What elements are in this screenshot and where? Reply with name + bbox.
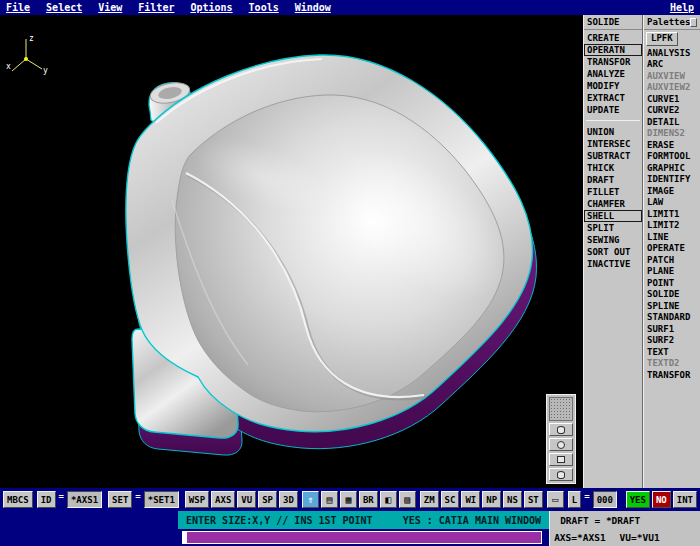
cylinder2-icon-button[interactable] (549, 468, 573, 481)
trash-icon-button[interactable]: ▭ (547, 491, 564, 508)
palette-item[interactable]: LPFK (646, 32, 678, 46)
solide-menu-item[interactable]: UPDATE (584, 104, 642, 116)
palette-item[interactable]: PLANE (644, 266, 700, 278)
dither-pattern-swatch[interactable] (549, 397, 573, 421)
br-button[interactable]: BR (359, 491, 378, 508)
set-value-field[interactable]: *SET1 (144, 491, 179, 508)
cylinder-icon-button[interactable] (549, 423, 573, 436)
palette-item[interactable]: SPLINE (644, 301, 700, 313)
palette-item[interactable]: OPERATE (644, 243, 700, 255)
yes-button[interactable]: YES (626, 491, 650, 508)
menubar: FileSelectViewFilterOptionsToolsWindow H… (0, 0, 700, 15)
layer-value-field[interactable]: 000 (593, 491, 617, 508)
mode-button[interactable]: NP (482, 491, 501, 508)
palette-item[interactable]: TEXTD2 (644, 358, 700, 370)
palette-item[interactable]: ARC (644, 59, 700, 71)
palette-item[interactable]: CURVE2 (644, 105, 700, 117)
view-mode-button[interactable]: 3D (279, 491, 298, 508)
model-canvas (0, 15, 583, 488)
mode-button[interactable]: NS (503, 491, 522, 508)
solide-menu-item[interactable]: INACTIVE (584, 258, 642, 270)
mbcs-button[interactable]: MBCS (3, 491, 33, 508)
palette-item[interactable]: SURF1 (644, 324, 700, 336)
view-mode-button[interactable]: AXS (211, 491, 235, 508)
solide-menu-item[interactable]: FILLET (584, 186, 642, 198)
menu-item[interactable]: File (6, 2, 30, 13)
palette-item[interactable]: TRANSFOR (644, 370, 700, 382)
palette-item[interactable]: AUXVIEW2 (644, 82, 700, 94)
palette-item[interactable]: CURVE1 (644, 94, 700, 106)
palette-item[interactable]: IDENTIFY (644, 174, 700, 186)
palette-item[interactable]: DIMENS2 (644, 128, 700, 140)
menu-item[interactable]: Filter (138, 2, 174, 13)
clip-icon-button[interactable]: ◧ (380, 491, 397, 508)
screen-icon-button[interactable]: ▤ (321, 491, 338, 508)
solide-menu-item[interactable]: ANALYZE (584, 68, 642, 80)
solide-menu-item[interactable]: DRAFT (584, 174, 642, 186)
sphere-icon-button[interactable] (549, 438, 573, 451)
palette-item[interactable]: STANDARD (644, 312, 700, 324)
set-button[interactable]: SET (108, 491, 132, 508)
box-icon-button[interactable] (549, 453, 573, 466)
palette-item[interactable]: IMAGE (644, 186, 700, 198)
solide-menu-item[interactable]: SPLIT (584, 222, 642, 234)
palette-item[interactable]: ERASE (644, 140, 700, 152)
mode-button[interactable]: ST (524, 491, 543, 508)
menu-item[interactable]: View (98, 2, 122, 13)
mode-button[interactable]: SC (441, 491, 460, 508)
view-mode-button[interactable]: WSP (185, 491, 209, 508)
palette-item[interactable]: SOLIDE (644, 289, 700, 301)
palette-item[interactable]: AUXVIEW (644, 71, 700, 83)
solide-menu-item[interactable]: SORT OUT (584, 246, 642, 258)
solide-menu-item[interactable]: UNION (584, 126, 642, 138)
no-button[interactable]: NO (652, 491, 671, 508)
palette-item[interactable]: POINT (644, 278, 700, 290)
palette-item[interactable]: LIMIT2 (644, 220, 700, 232)
menu-item[interactable]: Options (190, 2, 232, 13)
solide-menu-item[interactable]: TRANSFOR (584, 56, 642, 68)
palette-item[interactable]: LINE (644, 232, 700, 244)
solide-menu-item[interactable]: SEWING (584, 234, 642, 246)
palette-item[interactable]: LAW (644, 197, 700, 209)
menu-item-help[interactable]: Help (670, 2, 694, 13)
view-mode-button[interactable]: VU (237, 491, 256, 508)
int-button[interactable]: INT (673, 491, 697, 508)
menu-item[interactable]: Tools (249, 2, 279, 13)
layer-button[interactable]: L (568, 491, 581, 508)
mode-button[interactable]: WI (461, 491, 480, 508)
solide-menu-item[interactable]: SUBTRACT (584, 150, 642, 162)
panel-menu-icon[interactable] (690, 18, 697, 27)
shade-icon-button[interactable]: ▨ (399, 491, 416, 508)
view-mode-button[interactable]: SP (258, 491, 277, 508)
palette-item[interactable]: PATCH (644, 255, 700, 267)
overlay-icon-button[interactable]: ▦ (340, 491, 357, 508)
svg-text:x: x (6, 62, 11, 71)
palette-item[interactable]: ANALYSIS (644, 48, 700, 60)
id-value-field[interactable]: *AXS1 (67, 491, 102, 508)
solide-menu-item[interactable]: MODIFY (584, 80, 642, 92)
solide-menu-item[interactable]: INTERSEC (584, 138, 642, 150)
palette-item[interactable]: TEXT (644, 347, 700, 359)
palette-item[interactable]: GRAPHIC (644, 163, 700, 175)
palette-item[interactable]: DETAIL (644, 117, 700, 129)
3d-viewport[interactable]: z x y (0, 15, 583, 488)
mode-button[interactable]: ZM (420, 491, 439, 508)
palette-item[interactable]: LIMIT1 (644, 209, 700, 221)
exit-icon-button[interactable]: ⇑ (302, 491, 319, 508)
solide-menu-item[interactable]: CHAMFER (584, 198, 642, 210)
palette-item[interactable]: SURF2 (644, 335, 700, 347)
draft-indicator: DRAFT = *DRAFT (550, 511, 700, 529)
command-input[interactable] (182, 531, 542, 544)
solide-menu-item[interactable]: SHELL (584, 210, 642, 222)
solide-menu-item[interactable]: OPERATN (584, 44, 642, 56)
solide-menu-item[interactable]: EXTRACT (584, 92, 642, 104)
palette-item[interactable]: FORMTOOL (644, 151, 700, 163)
solide-menu-item[interactable]: THICK (584, 162, 642, 174)
solide-menu-item[interactable]: CREATE (584, 32, 642, 44)
status-message: YES : CATIA MAIN WINDOW (403, 515, 541, 526)
solide-panel: SOLIDE CREATEOPERATNTRANSFORANALYZEMODIF… (583, 15, 643, 488)
menu-item[interactable]: Window (295, 2, 331, 13)
menu-item[interactable]: Select (46, 2, 82, 13)
palettes-list: LPFKANALYSISARCAUXVIEWAUXVIEW2CURVE1CURV… (644, 30, 700, 381)
id-button[interactable]: ID (37, 491, 56, 508)
